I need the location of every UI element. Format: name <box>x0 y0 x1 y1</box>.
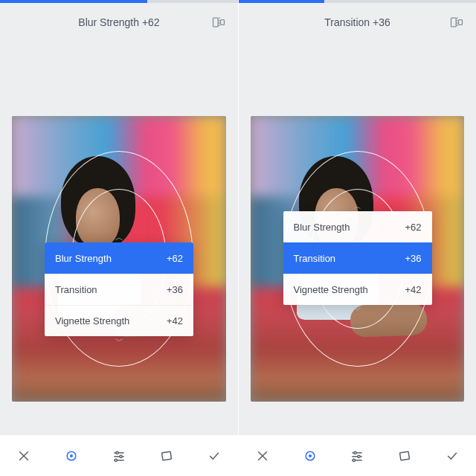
chevron-up-icon: ︿ <box>115 232 123 243</box>
svg-rect-2 <box>221 20 225 25</box>
sliders-button[interactable] <box>104 441 134 471</box>
apply-button[interactable] <box>437 441 467 471</box>
menu-item-label: Transition <box>55 284 97 295</box>
title-row: Transition +36 <box>239 3 476 42</box>
photo-canvas[interactable]: ︿ Blur Strength +62 Transition +36 Vigne… <box>12 116 226 402</box>
bottom-toolbar <box>0 434 238 476</box>
editor-panel-left: Blur Strength +62 ︿ <box>0 0 238 476</box>
adjustment-menu[interactable]: ︿ Blur Strength +62 Transition +36 Vigne… <box>283 211 432 305</box>
menu-item-value: +42 <box>405 284 421 295</box>
svg-point-8 <box>116 451 118 454</box>
svg-point-22 <box>354 451 356 454</box>
svg-rect-14 <box>451 18 457 27</box>
menu-item-label: Blur Strength <box>55 253 112 264</box>
adjustment-title: Blur Strength +62 <box>78 16 159 28</box>
adjustment-menu[interactable]: ︿ Blur Strength +62 Transition +36 Vigne… <box>45 242 193 336</box>
editor-panel-right: Transition +36 ︿ <box>238 0 476 476</box>
menu-item-value: +42 <box>167 315 183 327</box>
menu-item-value: +62 <box>405 222 421 233</box>
menu-item-vignette-strength[interactable]: Vignette Strength +42 <box>45 305 193 336</box>
sliders-button[interactable] <box>342 441 372 471</box>
menu-item-value: +36 <box>405 253 421 264</box>
svg-point-12 <box>115 459 117 461</box>
svg-rect-0 <box>213 18 219 27</box>
menu-item-label: Vignette Strength <box>55 315 129 327</box>
close-button[interactable] <box>248 441 277 471</box>
menu-item-label: Vignette Strength <box>294 284 368 295</box>
focus-tool-button[interactable] <box>295 441 325 471</box>
menu-item-transition[interactable]: Transition +36 <box>283 242 432 274</box>
menu-item-blur-strength[interactable]: Blur Strength +62 <box>45 242 193 274</box>
photo-canvas[interactable]: ︿ Blur Strength +62 Transition +36 Vigne… <box>251 116 464 402</box>
apply-button[interactable] <box>199 441 229 471</box>
menu-item-value: +36 <box>167 284 183 295</box>
bottom-toolbar <box>239 434 476 476</box>
svg-point-24 <box>358 455 360 457</box>
shape-button[interactable] <box>152 441 181 471</box>
shape-button[interactable] <box>390 441 419 471</box>
focus-tool-button[interactable] <box>57 441 86 471</box>
canvas-area: ︿ Blur Strength +62 Transition +36 Vigne… <box>0 42 238 476</box>
menu-item-value: +62 <box>167 253 183 264</box>
menu-item-transition[interactable]: Transition +36 <box>45 274 193 305</box>
canvas-area: ︿ Blur Strength +62 Transition +36 Vigne… <box>239 42 476 476</box>
svg-point-20 <box>309 454 312 457</box>
menu-item-label: Transition <box>294 253 336 264</box>
svg-rect-27 <box>400 451 410 460</box>
chevron-down-icon: ﹀ <box>353 304 361 315</box>
orientation-icon[interactable] <box>211 15 226 30</box>
svg-point-26 <box>353 459 356 461</box>
orientation-icon[interactable] <box>449 15 464 30</box>
svg-rect-16 <box>459 20 463 25</box>
chevron-up-icon: ︿ <box>353 201 361 212</box>
title-row: Blur Strength +62 <box>0 3 238 42</box>
chevron-down-icon: ﹀ <box>115 335 123 347</box>
menu-item-vignette-strength[interactable]: Vignette Strength +42 <box>283 274 432 305</box>
menu-item-blur-strength[interactable]: Blur Strength +62 <box>283 211 432 242</box>
svg-point-10 <box>120 455 122 457</box>
close-button[interactable] <box>9 441 39 471</box>
svg-point-6 <box>70 454 73 457</box>
adjustment-title: Transition +36 <box>324 16 390 28</box>
svg-rect-13 <box>162 451 172 460</box>
menu-item-label: Blur Strength <box>294 222 350 233</box>
